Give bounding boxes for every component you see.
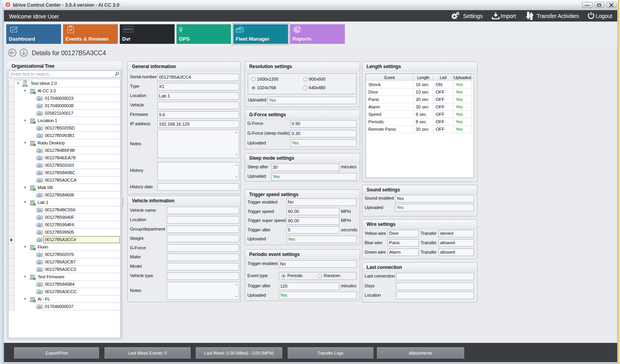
svg-text:MERGE: MERGE (124, 28, 133, 31)
